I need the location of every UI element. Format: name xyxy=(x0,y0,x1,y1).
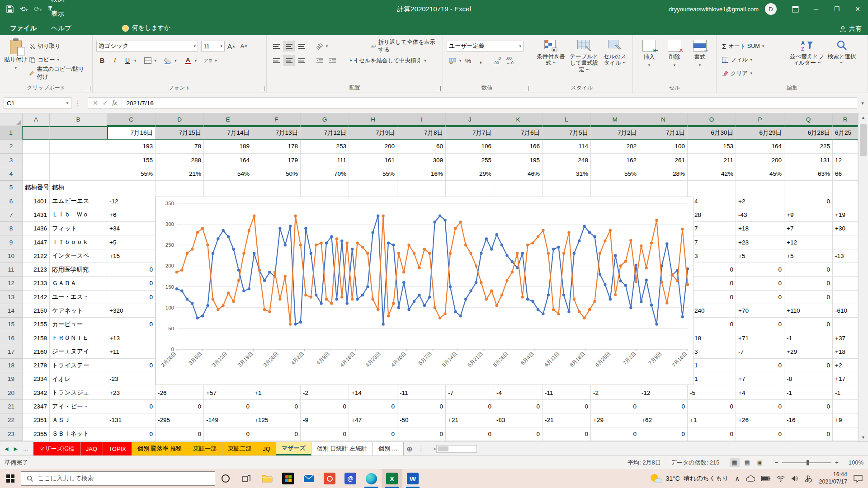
cell-B8[interactable]: フィット xyxy=(50,222,107,235)
cell-G21[interactable]: 0 xyxy=(301,400,349,413)
align-middle-icon[interactable] xyxy=(283,41,295,52)
cell-R10[interactable]: -13 xyxy=(833,249,858,263)
row-header-7[interactable]: 7 xyxy=(0,208,23,222)
align-top-icon[interactable] xyxy=(270,41,282,52)
cell-C7[interactable]: +6 xyxy=(107,208,156,222)
fill-button[interactable]: ↓フィル▾ xyxy=(720,54,788,65)
column-header-F[interactable]: F xyxy=(252,113,301,126)
cell-O23[interactable]: 0 xyxy=(688,427,736,441)
cell-P5[interactable] xyxy=(736,181,784,194)
vertical-scroll-thumb[interactable] xyxy=(860,124,867,156)
cell-D22[interactable]: -295 xyxy=(156,413,204,427)
row-header-22[interactable]: 22 xyxy=(0,413,23,427)
cell-A15[interactable]: 2155 xyxy=(23,318,50,331)
cell-R6[interactable] xyxy=(833,194,858,208)
cell-G3[interactable]: 111 xyxy=(301,154,349,167)
cell-J20[interactable]: -7 xyxy=(446,386,494,400)
cell-E5[interactable] xyxy=(204,181,252,194)
cell-E4[interactable]: 54% xyxy=(204,167,252,181)
vertical-scrollbar[interactable]: ▲ ▼ xyxy=(858,113,868,441)
scroll-left-icon[interactable]: ◂ xyxy=(434,445,436,453)
sort-filter-button[interactable]: AZ 並べ替えとフィルター ~ xyxy=(788,38,826,81)
percent-style-icon[interactable]: % xyxy=(462,55,474,66)
cell-H1[interactable]: 7月9日 xyxy=(349,126,397,140)
row-header-10[interactable]: 10 xyxy=(0,249,23,263)
cell-O20[interactable]: -5 xyxy=(688,386,736,400)
cell-M1[interactable]: 7月2日 xyxy=(591,126,639,140)
cell-Q23[interactable]: 0 xyxy=(784,427,833,441)
cell-P13[interactable]: 0 xyxy=(736,291,784,304)
conditional-formatting-button[interactable]: ≠ 条件付き書式 ~ xyxy=(535,38,567,81)
cell-N4[interactable]: 28% xyxy=(639,167,688,181)
font-size-combo[interactable]: 11▾ xyxy=(201,41,225,52)
cell-A11[interactable]: 2123 xyxy=(23,263,50,277)
cell-R14[interactable]: -610 xyxy=(833,304,858,318)
sheet-nav-left-icon[interactable]: ◀ xyxy=(5,446,8,452)
clock[interactable]: 16:44 2021/07/17 xyxy=(819,471,847,485)
cell-N20[interactable]: -12 xyxy=(639,386,688,400)
cell-D4[interactable]: 21% xyxy=(156,167,204,181)
cell-C17[interactable]: +11 xyxy=(107,345,156,359)
cell-L20[interactable]: -11 xyxy=(542,386,591,400)
cell-Q14[interactable]: +110 xyxy=(784,304,833,318)
cell-C4[interactable]: 55% xyxy=(107,167,156,181)
row-header-9[interactable]: 9 xyxy=(0,235,23,249)
cell-P2[interactable]: 164 xyxy=(736,140,784,153)
cell-N5[interactable] xyxy=(639,181,688,194)
cell-C20[interactable]: +23 xyxy=(107,386,156,400)
cell-Q13[interactable]: 0 xyxy=(784,291,833,304)
sheet-tab-JAQ[interactable]: JAQ xyxy=(80,442,103,455)
cell-K5[interactable] xyxy=(494,181,542,194)
phonetic-guide-icon[interactable]: ア亜 xyxy=(202,55,214,66)
name-box[interactable]: C1▾ xyxy=(4,97,71,109)
cell-B22[interactable]: ＡＳＪ xyxy=(50,413,107,427)
row-header-20[interactable]: 20 xyxy=(0,386,23,400)
select-all-corner[interactable] xyxy=(0,113,23,126)
format-cells-button[interactable]: ⇔ 書式▾ xyxy=(687,38,712,81)
tell-me-box[interactable]: 何をしますか xyxy=(122,21,171,35)
horizontal-scrollbar[interactable]: ◂ xyxy=(434,442,477,455)
column-header-A[interactable]: A xyxy=(23,113,50,126)
cell-G20[interactable]: -2 xyxy=(301,386,349,400)
zoom-slider[interactable]: − + xyxy=(775,459,839,466)
cell-M20[interactable]: -2 xyxy=(591,386,639,400)
fill-color-dropdown[interactable]: ▾ xyxy=(175,58,177,63)
cell-L21[interactable]: 0 xyxy=(542,400,591,413)
cell-A2[interactable] xyxy=(23,140,50,153)
cell-Q22[interactable]: -16 xyxy=(784,413,833,427)
sheet-nav-more-icon[interactable]: … xyxy=(23,446,29,451)
page-break-view-icon[interactable]: ▣ xyxy=(755,458,765,467)
account-email[interactable]: dryyourtearswithlove1@gmail.com xyxy=(669,6,759,13)
maximize-button[interactable]: ❐ xyxy=(826,0,847,18)
cell-C6[interactable]: -12 xyxy=(107,194,156,208)
cell-C13[interactable]: 0 xyxy=(107,291,156,304)
cell-P21[interactable]: 0 xyxy=(736,400,784,413)
cell-F23[interactable]: 0 xyxy=(252,427,301,441)
row-header-6[interactable]: 6 xyxy=(0,194,23,208)
cell-C1[interactable]: 7月16日 xyxy=(107,126,156,140)
cell-B10[interactable]: インタースペ xyxy=(50,249,107,263)
file-explorer-icon[interactable] xyxy=(257,469,278,488)
cell-G1[interactable]: 7月12日 xyxy=(301,126,349,140)
cell-F20[interactable]: +1 xyxy=(252,386,301,400)
cell-Q11[interactable]: 0 xyxy=(784,263,833,277)
edge-icon[interactable] xyxy=(361,469,382,488)
column-header-N[interactable]: N xyxy=(639,113,688,126)
speaker-icon[interactable] xyxy=(791,475,798,482)
column-header-I[interactable]: I xyxy=(397,113,446,126)
scroll-up-icon[interactable]: ▲ xyxy=(861,113,865,122)
paste-button[interactable]: 貼り付け ▾ xyxy=(4,38,28,81)
cell-C21[interactable]: 0 xyxy=(107,400,156,413)
font-color-dropdown[interactable]: ▾ xyxy=(195,58,197,63)
cell-I21[interactable]: 0 xyxy=(397,400,446,413)
cell-Q4[interactable]: 63% xyxy=(784,167,833,181)
column-header-O[interactable]: O xyxy=(688,113,736,126)
column-header-M[interactable]: M xyxy=(591,113,639,126)
confirm-entry-icon[interactable]: ✓ xyxy=(103,99,108,107)
cell-K3[interactable]: 195 xyxy=(494,154,542,167)
cell-L3[interactable]: 248 xyxy=(542,154,591,167)
cell-R9[interactable] xyxy=(833,235,858,249)
column-header-R[interactable]: R xyxy=(833,113,858,126)
page-layout-view-icon[interactable]: ▤ xyxy=(742,458,752,467)
cell-P14[interactable]: +70 xyxy=(736,304,784,318)
